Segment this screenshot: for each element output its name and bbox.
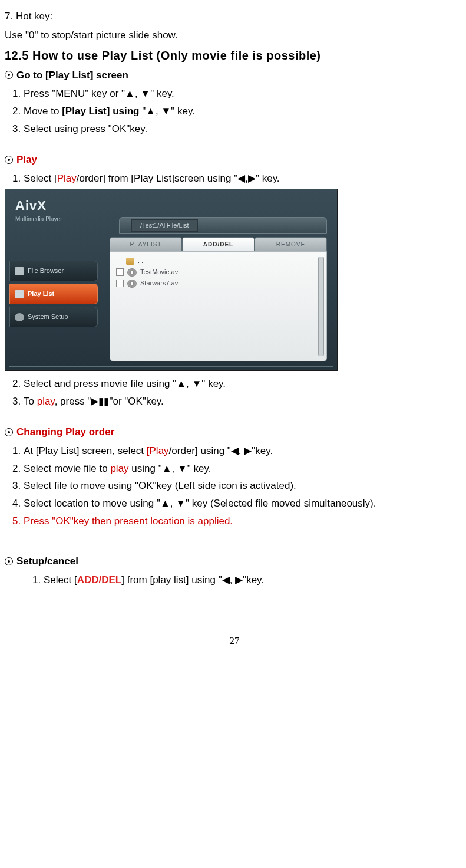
sidebar-item-label: System Setup — [28, 313, 68, 321]
file-name: Starwars7.avi — [140, 279, 180, 288]
breadcrumb: /Test1/AllFile/List — [131, 219, 198, 232]
list-item: Select [ADD/DEL] from [play list] using … — [44, 573, 464, 587]
file-row[interactable]: TestMovie.avi — [116, 267, 320, 278]
hotkey-desc: Use "0" to stop/start picture slide show… — [5, 28, 464, 42]
list-item: Select file to move using "OK"key (Left … — [24, 479, 464, 493]
bullet-icon — [5, 428, 13, 436]
file-row[interactable]: Starwars7.avi — [116, 278, 320, 289]
list-item: Move to [Play List] using "▲, ▼" key. — [24, 104, 464, 119]
hotkey-title: 7. Hot key: — [5, 9, 464, 24]
file-row[interactable]: . . — [116, 255, 320, 267]
screenshot: AivX Multimedia Player File Browser Play… — [5, 189, 338, 371]
bullet-icon — [5, 71, 13, 79]
list-icon — [15, 290, 24, 298]
sidebar-item-play-list[interactable]: Play List — [9, 284, 98, 304]
sidebar-item-system-setup[interactable]: System Setup — [9, 307, 98, 327]
checkbox[interactable] — [116, 280, 124, 287]
list-item: Select location to move using "▲, ▼" key… — [24, 497, 464, 511]
checkbox[interactable] — [116, 268, 124, 276]
page-number: 27 — [5, 634, 464, 648]
list-item: Press "OK"key then present location is a… — [24, 514, 464, 528]
play-title: Play — [16, 153, 37, 167]
disc-icon — [127, 268, 137, 277]
sidebar-item-label: Play List — [28, 290, 54, 298]
file-panel: . . TestMovie.avi Starwars7.avi — [110, 251, 327, 361]
breadcrumb-bar: /Test1/AllFile/List — [119, 217, 327, 234]
list-item: To play, press "▶▮▮"or "OK"key. — [24, 394, 464, 409]
list-item: Select [Play/order] from [Play List]scre… — [24, 172, 464, 186]
sidebar-item-label: File Browser — [28, 267, 64, 275]
tab-playlist[interactable]: PLAYLIST — [110, 237, 182, 252]
sidebar-item-file-browser[interactable]: File Browser — [9, 261, 98, 281]
gear-icon — [15, 313, 24, 321]
app-logo: AivX Multimedia Player — [9, 193, 98, 231]
bullet-icon — [5, 557, 13, 565]
folder-icon — [15, 267, 24, 275]
list-item: Press "MENU" key or "▲, ▼" key. — [24, 87, 464, 101]
file-name: TestMovie.avi — [140, 268, 180, 277]
list-item: Select and press movie file using "▲, ▼"… — [24, 377, 464, 391]
goto-title: Go to [Play List] screen — [16, 68, 128, 83]
setup-title: Setup/cancel — [16, 554, 78, 568]
bullet-icon — [5, 156, 13, 164]
scrollbar[interactable] — [318, 257, 324, 356]
list-item: Select movie file to play using "▲, ▼" k… — [24, 462, 464, 476]
list-item: Select using press "OK"key. — [24, 122, 464, 136]
folder-icon — [126, 258, 134, 265]
file-name: . . — [138, 257, 143, 265]
disc-icon — [127, 280, 137, 288]
tab-remove[interactable]: REMOVE — [255, 237, 327, 252]
section-title: 12.5 How to use Play List (Only movie fi… — [5, 47, 464, 64]
list-item: At [Play List] screen, select [Play/orde… — [24, 444, 464, 458]
tab-add-del[interactable]: ADD/DEL — [182, 237, 255, 252]
change-title: Changing Play order — [16, 425, 114, 439]
goto-steps: Press "MENU" key or "▲, ▼" key. Move to … — [8, 87, 464, 136]
